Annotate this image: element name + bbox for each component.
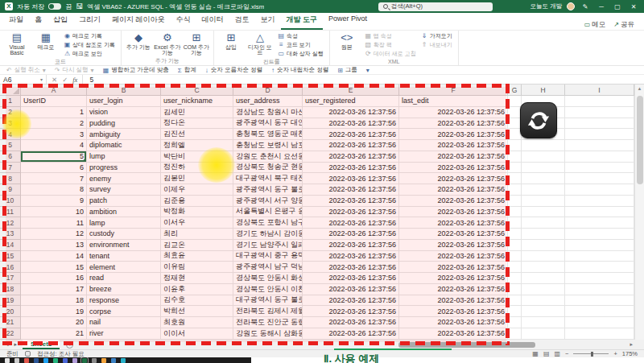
user-name[interactable]: 오늘도 개발 [530,2,562,10]
view-code-button[interactable]: ≡코드 보기 [275,40,326,49]
cell[interactable] [522,196,565,207]
row-header-22[interactable]: 22 [0,328,21,340]
tab-보기[interactable]: 보기 [255,12,281,30]
zoom-slider[interactable] [573,353,609,354]
cell[interactable]: environment [87,240,161,251]
row-header-11[interactable]: 11 [0,207,21,218]
merge-center-button[interactable]: ▦병합하고 가운데 맞춤 [103,66,169,74]
cell[interactable]: 2022-03-26 12:37:56 [303,284,399,295]
cell[interactable] [508,262,522,273]
app-icon-10[interactable] [121,358,126,363]
cell[interactable] [565,118,634,130]
cell[interactable]: 정재현 [161,273,233,284]
group-button[interactable]: ⊞그룹 [337,66,357,74]
cell[interactable]: 광주광역시 서구 양동 [233,196,303,207]
cell[interactable] [565,295,634,307]
cell[interactable] [565,306,634,317]
cell[interactable]: 21 [21,328,87,340]
cell[interactable]: 2022-03-26 12:37:56 [303,328,399,340]
cell[interactable]: 2022-03-26 12:37:56 [399,151,508,163]
column-header-D[interactable]: D [233,85,303,96]
autosave-toggle[interactable] [48,3,61,10]
cell[interactable] [522,207,565,218]
cell[interactable]: 18 [21,295,87,307]
cell[interactable]: 2022-03-26 12:37:56 [303,151,399,163]
cell[interactable]: ambiguity [87,129,161,140]
cell[interactable]: 10 [21,207,87,218]
row-header-18[interactable]: 18 [0,284,21,295]
xml-export-button[interactable]: ⇑내보내기 [419,40,455,49]
cell[interactable]: 2022-03-26 12:37:56 [399,317,508,328]
undo-button[interactable]: ↶실행 취소▾ [6,66,46,74]
cell[interactable]: 2022-03-26 12:37:56 [399,184,508,196]
name-box[interactable]: A6 ▾ [0,75,47,84]
cell[interactable]: 서울특별시 은평구 응암 [233,207,303,218]
row-header-2[interactable]: 2 [0,107,21,118]
cell[interactable]: 2022-03-26 12:37:56 [399,262,508,273]
excel-icon[interactable] [82,358,87,363]
cell[interactable]: 2 [21,118,87,130]
horizontal-scroll-thumb[interactable] [398,342,535,348]
cell[interactable]: user_address [233,96,303,107]
chevron-down-icon[interactable]: ▾ [40,76,43,82]
column-header-G[interactable]: G [508,85,522,96]
cell[interactable]: 11 [21,217,87,229]
cell[interactable]: 2022-03-26 12:37:56 [399,118,508,130]
cell[interactable]: 광주광역시 동구 불로 [233,184,303,196]
cell[interactable]: 2022-03-26 12:37:56 [303,207,399,218]
enter-icon[interactable]: ✓ [62,76,68,84]
cell[interactable] [565,328,634,340]
cell[interactable] [565,140,634,151]
cell[interactable]: 3 [21,129,87,140]
cell[interactable]: 충청남도 보령시 남포 [233,140,303,151]
row-header-16[interactable]: 16 [0,262,21,273]
cell[interactable]: 7 [21,173,87,184]
cell[interactable]: pudding [87,118,161,130]
xml-source-button[interactable]: <>원본 [333,31,361,50]
cell[interactable] [522,140,565,151]
cell[interactable] [508,328,522,340]
add-sheet-button[interactable]: + [66,341,73,349]
zoom-level[interactable]: 175% [622,350,638,357]
cell[interactable]: 2022-03-26 12:37:56 [303,140,399,151]
cell[interactable]: user_login [87,96,161,107]
maximize-button[interactable]: ▢ [612,3,623,10]
cell[interactable]: 2022-03-26 12:37:56 [399,273,508,284]
cell[interactable]: 5 [21,151,87,163]
cell[interactable]: 2022-03-26 12:37:56 [399,295,508,307]
add-ins-button[interactable]: ◆추가 기능 [125,31,152,50]
cell[interactable] [508,317,522,328]
design-mode-button[interactable]: △디자인 모드 [246,31,274,56]
cell[interactable]: 12 [21,229,87,240]
cancel-icon[interactable]: ✕ [52,76,57,84]
cell[interactable] [508,306,522,317]
cell[interactable] [565,184,634,196]
row-header-20[interactable]: 20 [0,306,21,317]
xml-import-button[interactable]: ⇓가져오기 [419,31,455,40]
row-header-10[interactable]: 10 [0,196,21,207]
start-icon[interactable] [5,358,10,363]
cell[interactable] [522,284,565,295]
app-icon-7[interactable] [92,358,97,363]
column-header-F[interactable]: F [399,85,508,96]
cell[interactable]: 2022-03-26 12:37:56 [399,163,508,174]
cell[interactable] [508,251,522,262]
cell[interactable] [508,207,522,218]
cell[interactable] [522,151,565,163]
tab-파일[interactable]: 파일 [3,12,29,30]
cell[interactable]: 박단비 [161,151,233,163]
save-icon[interactable]: 🖫 [76,2,83,10]
cell[interactable] [508,184,522,196]
cell[interactable]: 2022-03-26 12:37:56 [303,240,399,251]
row-header-4[interactable]: 4 [0,129,21,140]
cell[interactable] [508,140,522,151]
scroll-right-icon[interactable]: ▸ [630,341,633,348]
cell[interactable]: 2022-03-26 12:37:56 [303,295,399,307]
cell[interactable]: 2022-03-26 12:37:56 [303,129,399,140]
row-header-14[interactable]: 14 [0,240,21,251]
cell[interactable] [565,129,634,140]
cell[interactable]: 경상북도 청송군 현동 [233,163,303,174]
cell[interactable]: 김준용 [161,196,233,207]
cell[interactable] [508,240,522,251]
cell[interactable]: 20 [21,317,87,328]
